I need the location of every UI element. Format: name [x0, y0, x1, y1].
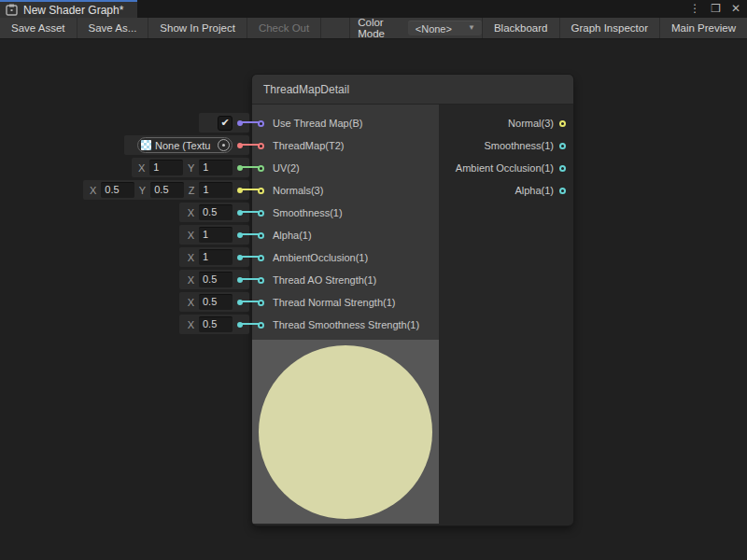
menu-icon[interactable]: ⋮	[689, 0, 700, 18]
input-port-label: Use Thread Map(B)	[273, 118, 362, 129]
widget-smoothness: X 0.5	[179, 203, 249, 222]
input-port[interactable]	[258, 120, 264, 127]
axis-label: X	[188, 207, 194, 218]
number-input-x[interactable]: 0.5	[199, 316, 233, 332]
object-picker-icon[interactable]	[218, 139, 230, 151]
axis-label: Z	[189, 185, 195, 196]
save-asset-button[interactable]: Save Asset	[0, 18, 78, 38]
widget-threadmap: None (Textu	[124, 135, 249, 155]
save-as-button[interactable]: Save As...	[78, 18, 149, 38]
axis-label: Y	[188, 162, 194, 174]
tab-bar: New Shader Graph* ⋮ ❒ ✕	[0, 0, 747, 18]
port-stub-line	[242, 166, 259, 168]
output-port[interactable]	[559, 143, 566, 149]
node-threadmapdetail[interactable]: ThreadMapDetail Use Thread Map(B) Thread…	[252, 75, 573, 525]
output-row-alpha: Alpha(1)	[439, 179, 573, 202]
use-thread-map-checkbox[interactable]: ✔	[218, 116, 233, 131]
input-port[interactable]	[258, 277, 264, 284]
number-input-z[interactable]: 1	[199, 182, 233, 198]
close-icon[interactable]: ✕	[731, 0, 740, 18]
number-input-x[interactable]: 0.5	[199, 204, 233, 220]
window-controls: ⋮ ❒ ✕	[689, 0, 740, 18]
tab-title: New Shader Graph*	[23, 4, 123, 17]
input-port[interactable]	[258, 322, 264, 329]
graph-canvas[interactable]: ThreadMapDetail Use Thread Map(B) Thread…	[0, 39, 747, 560]
input-port-label: Normals(3)	[273, 185, 323, 196]
port-stub-line	[242, 121, 259, 123]
node-header[interactable]: ThreadMapDetail	[252, 75, 573, 105]
output-port[interactable]	[559, 120, 566, 127]
node-preview	[252, 340, 439, 524]
port-stub-line	[242, 278, 259, 280]
node-body: Use Thread Map(B) ThreadMap(T2) UV(2) No…	[252, 105, 573, 525]
input-row-alpha: Alpha(1)	[252, 224, 439, 246]
number-input-x[interactable]: 1	[149, 160, 183, 175]
number-input-x[interactable]: 0.5	[199, 272, 233, 287]
input-port-label: UV(2)	[273, 162, 300, 174]
input-port[interactable]	[258, 210, 264, 217]
unity-shader-graph-window: New Shader Graph* ⋮ ❒ ✕ Save Asset Save …	[0, 0, 747, 560]
input-row-threadmap: ThreadMap(T2)	[252, 134, 439, 157]
number-input-y[interactable]: 1	[199, 160, 233, 175]
axis-label: X	[188, 297, 194, 308]
output-row-normal: Normal(3)	[439, 112, 573, 134]
number-input-x[interactable]: 1	[199, 227, 233, 243]
node-outputs-column: Normal(3) Smoothness(1) Ambient Occlusio…	[439, 105, 573, 525]
widget-thread-ao-strength: X 0.5	[179, 270, 249, 289]
color-mode-label: Color Mode	[349, 18, 408, 38]
port-stub-line	[242, 301, 259, 302]
number-input-x[interactable]: 0.5	[101, 182, 134, 198]
input-port[interactable]	[258, 232, 264, 239]
output-row-smoothness: Smoothness(1)	[439, 134, 573, 157]
texture-object-field[interactable]: None (Textu	[137, 137, 233, 153]
node-title: ThreadMapDetail	[263, 83, 349, 96]
shader-graph-icon	[6, 4, 18, 16]
input-port[interactable]	[258, 188, 264, 194]
port-stub-line	[242, 323, 259, 325]
number-input-x[interactable]: 0.5	[199, 294, 233, 310]
input-port-label: Thread Normal Strength(1)	[273, 297, 395, 308]
input-port[interactable]	[258, 165, 264, 172]
input-port[interactable]	[258, 143, 264, 149]
output-port[interactable]	[559, 165, 566, 172]
show-in-project-button[interactable]: Show In Project	[148, 18, 247, 38]
color-mode-dropdown[interactable]: <None> ▼	[408, 21, 482, 35]
input-port-label: Thread Smoothness Strength(1)	[273, 319, 419, 330]
widget-alpha: X 1	[179, 225, 249, 245]
texture-field-value: None (Textu	[155, 140, 218, 151]
port-stub-line	[242, 144, 259, 146]
axis-label: X	[138, 162, 145, 174]
main-preview-toggle-button[interactable]: Main Preview	[659, 18, 747, 38]
axis-label: X	[188, 230, 194, 241]
widget-thread-normal-strength: X 0.5	[179, 292, 249, 312]
input-port[interactable]	[258, 300, 264, 306]
input-port[interactable]	[258, 255, 264, 261]
blackboard-toggle-button[interactable]: Blackboard	[482, 18, 559, 38]
toolbar-right-group: Blackboard Graph Inspector Main Preview	[482, 18, 747, 38]
axis-label: Y	[139, 185, 146, 196]
axis-label: X	[188, 319, 194, 330]
output-port[interactable]	[559, 188, 566, 194]
preview-sphere	[259, 345, 432, 519]
texture-thumbnail-icon	[141, 140, 151, 150]
widget-ambient-occlusion: X 1	[179, 247, 249, 267]
input-port-label: Alpha(1)	[273, 230, 312, 241]
graph-inspector-toggle-button[interactable]: Graph Inspector	[559, 18, 659, 38]
input-port-label: Smoothness(1)	[273, 207, 343, 218]
maximize-icon[interactable]: ❒	[711, 0, 721, 18]
output-port-label: Ambient Occlusion(1)	[456, 162, 554, 174]
chevron-down-icon: ▼	[468, 23, 475, 32]
tab-new-shader-graph[interactable]: New Shader Graph*	[0, 0, 137, 18]
port-stub-line	[242, 211, 259, 213]
input-row-thread-smoothness-strength: Thread Smoothness Strength(1)	[252, 314, 439, 336]
picker-dot	[222, 144, 225, 147]
port-stub-line	[242, 189, 259, 190]
number-input-x[interactable]: 1	[199, 249, 233, 265]
number-input-y[interactable]: 0.5	[150, 182, 184, 198]
output-row-ambient-occlusion: Ambient Occlusion(1)	[439, 157, 573, 179]
input-row-thread-normal-strength: Thread Normal Strength(1)	[252, 291, 439, 314]
input-port-label: ThreadMap(T2)	[273, 140, 344, 151]
output-port-label: Normal(3)	[508, 118, 554, 129]
node-inputs-column: Use Thread Map(B) ThreadMap(T2) UV(2) No…	[252, 105, 439, 340]
check-out-button: Check Out	[247, 18, 321, 38]
